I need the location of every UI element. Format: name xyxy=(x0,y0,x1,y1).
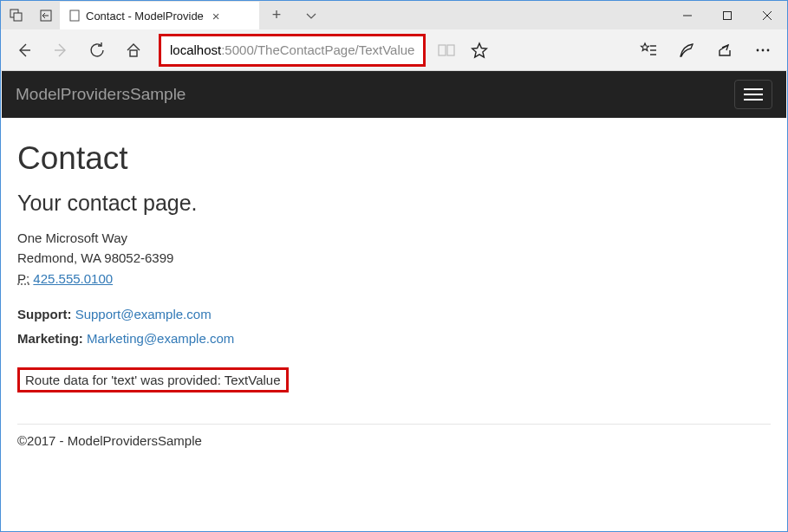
favorites-list-icon[interactable] xyxy=(629,33,668,68)
phone-abbr: P: xyxy=(17,271,29,286)
minimize-button[interactable] xyxy=(668,1,707,29)
contacts-block: Support: Support@example.com Marketing: … xyxy=(17,302,771,352)
navbar-brand[interactable]: ModelProvidersSample xyxy=(16,85,186,104)
svg-rect-11 xyxy=(130,50,137,56)
more-icon[interactable] xyxy=(744,33,782,68)
support-email[interactable]: Support@example.com xyxy=(75,307,212,321)
hamburger-bar xyxy=(744,99,763,101)
marketing-label: Marketing: xyxy=(17,331,83,346)
tab-preview-icon[interactable] xyxy=(1,1,30,29)
close-window-button[interactable] xyxy=(747,1,787,29)
address-path: :5000/TheContactPage/TextValue xyxy=(221,42,414,57)
tab-actions-chevron-icon[interactable] xyxy=(294,1,329,29)
svg-point-21 xyxy=(762,49,765,51)
support-label: Support: xyxy=(17,307,71,321)
svg-marker-15 xyxy=(641,43,649,51)
new-tab-button[interactable]: + xyxy=(259,1,294,29)
address-host: localhost xyxy=(170,42,221,57)
tab-close-icon[interactable]: × xyxy=(212,9,220,23)
window-controls xyxy=(668,1,787,29)
svg-marker-14 xyxy=(472,43,487,57)
home-button[interactable] xyxy=(115,33,152,68)
page-container: Contact Your contact page. One Microsoft… xyxy=(2,118,786,460)
browser-toolbar: localhost:5000/TheContactPage/TextValue xyxy=(1,29,787,71)
phone-line: P: 425.555.0100 xyxy=(17,269,771,289)
page-title: Contact xyxy=(17,140,771,177)
maximize-button[interactable] xyxy=(707,1,747,29)
page-footer: ©2017 - ModelProvidersSample xyxy=(17,433,771,460)
address-bar-wrap: localhost:5000/TheContactPage/TextValue xyxy=(159,33,495,68)
reading-view-icon[interactable] xyxy=(431,33,462,68)
notes-icon[interactable] xyxy=(668,33,706,68)
address-block: One Microsoft Way Redmond, WA 98052-6399… xyxy=(17,228,771,289)
navbar-toggle-button[interactable] xyxy=(734,80,772,109)
browser-titlebar: Contact - ModelProvide × + xyxy=(1,1,787,29)
route-data-highlight: Route data for 'text' was provided: Text… xyxy=(17,367,289,393)
svg-point-22 xyxy=(767,49,770,51)
svg-rect-6 xyxy=(724,11,732,19)
address-line1: One Microsoft Way xyxy=(17,228,771,248)
set-aside-tabs-icon[interactable] xyxy=(30,1,60,29)
page-viewport: ModelProvidersSample Contact Your contac… xyxy=(2,71,786,530)
toolbar-right xyxy=(629,33,782,68)
svg-point-20 xyxy=(757,49,759,51)
address-bar-highlight: localhost:5000/TheContactPage/TextValue xyxy=(159,34,426,67)
svg-rect-4 xyxy=(70,10,79,21)
titlebar-left xyxy=(1,1,60,29)
hamburger-bar xyxy=(744,94,763,95)
svg-rect-1 xyxy=(14,13,22,21)
marketing-email[interactable]: Marketing@example.com xyxy=(87,331,234,346)
back-button[interactable] xyxy=(6,33,42,68)
tab-page-icon xyxy=(68,10,81,22)
tab-title: Contact - ModelProvide xyxy=(86,10,204,23)
page-subtitle: Your contact page. xyxy=(17,191,771,216)
address-line2: Redmond, WA 98052-6399 xyxy=(17,248,771,268)
share-icon[interactable] xyxy=(706,33,744,68)
marketing-line: Marketing: Marketing@example.com xyxy=(17,327,771,352)
hamburger-bar xyxy=(744,88,763,90)
svg-rect-13 xyxy=(447,45,454,55)
svg-rect-12 xyxy=(439,45,446,55)
browser-tab[interactable]: Contact - ModelProvide × xyxy=(60,1,259,29)
support-line: Support: Support@example.com xyxy=(17,302,771,328)
favorite-star-icon[interactable] xyxy=(464,33,495,68)
phone-link[interactable]: 425.555.0100 xyxy=(33,271,113,286)
address-bar[interactable]: localhost:5000/TheContactPage/TextValue xyxy=(163,38,421,62)
site-navbar: ModelProvidersSample xyxy=(2,71,786,118)
refresh-button[interactable] xyxy=(79,33,115,68)
footer-divider xyxy=(17,424,771,425)
route-data-text: Route data for 'text' was provided: Text… xyxy=(25,373,281,387)
forward-button[interactable] xyxy=(42,33,79,68)
